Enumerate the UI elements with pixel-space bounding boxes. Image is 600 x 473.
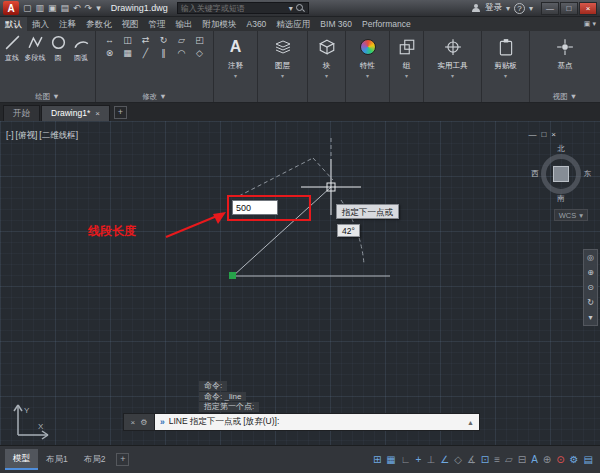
help-dropdown-icon[interactable]: ▾	[529, 4, 533, 13]
new-drawing-tab-button[interactable]: +	[114, 106, 127, 119]
ribbon-tab-home[interactable]: 默认	[0, 17, 27, 31]
block-dropdown-icon[interactable]: ▾	[325, 73, 328, 79]
viewport-view-control[interactable]: [俯视]	[16, 130, 38, 142]
ribbon-tab-insert[interactable]: 插入	[27, 17, 54, 31]
rotate-tool-icon[interactable]: ↻	[156, 35, 171, 46]
ribbon-tab-a360[interactable]: A360	[242, 17, 272, 31]
trim-tool-icon[interactable]: ⊗	[102, 48, 117, 59]
line-tool[interactable]: 直线	[1, 34, 23, 63]
basepoint-button[interactable]: 基点	[530, 31, 600, 91]
annotation-monitor-icon[interactable]: ⊙	[556, 454, 564, 466]
utilities-button[interactable]: 实用工具 ▾	[424, 31, 481, 102]
offset-tool-icon[interactable]: ∥	[156, 48, 171, 59]
ribbon-tab-parametric[interactable]: 参数化	[81, 17, 117, 31]
polar-tracking-icon[interactable]: ∠	[440, 454, 449, 466]
mirror-tool-icon[interactable]: ▱	[174, 35, 189, 46]
infer-constraints-icon[interactable]: ∟	[401, 454, 411, 466]
viewport-close-icon[interactable]: ×	[551, 130, 556, 139]
snap-mode-icon[interactable]: ⊞	[373, 454, 381, 466]
pan-icon[interactable]: ⊕	[587, 268, 594, 277]
circle-tool[interactable]: 圆	[47, 34, 69, 63]
view-cube[interactable]: 北 南 西 东	[532, 145, 590, 203]
wcs-selector[interactable]: WCS ▾	[554, 209, 588, 221]
isometric-drafting-icon[interactable]: ◇	[454, 454, 462, 466]
file-tab-close-icon[interactable]: ×	[95, 106, 100, 121]
command-input[interactable]: » LINE 指定下一点或 [放弃(U)]: ▲	[155, 413, 480, 431]
object-snap-tracking-icon[interactable]: ∡	[467, 454, 476, 466]
search-dropdown-icon[interactable]: ▾	[289, 4, 293, 13]
compass-south[interactable]: 南	[557, 194, 565, 204]
qat-dropdown-icon[interactable]: ▾	[95, 1, 102, 16]
viewport-restore-icon[interactable]: □	[541, 130, 546, 139]
layout-tab-layout1[interactable]: 布局1	[38, 450, 76, 469]
command-history-toggle-icon[interactable]: ▲	[467, 419, 474, 426]
ribbon-tab-featured-apps[interactable]: 精选应用	[271, 17, 315, 31]
ribbon-tab-annotate[interactable]: 注释	[54, 17, 81, 31]
groups-dropdown-icon[interactable]: ▾	[405, 73, 408, 79]
compass-west[interactable]: 西	[531, 169, 539, 179]
close-button[interactable]: ×	[579, 2, 597, 15]
transparency-icon[interactable]: ▱	[505, 454, 513, 466]
object-snap-icon[interactable]: ⊡	[481, 454, 489, 466]
signin-dropdown-icon[interactable]: ▾	[506, 4, 510, 13]
open-file-icon[interactable]: ▥	[35, 1, 46, 16]
steering-wheel-icon[interactable]: ◎	[587, 253, 594, 262]
groups-button[interactable]: 组 ▾	[390, 31, 423, 102]
minimize-button[interactable]: —	[541, 2, 559, 15]
properties-dropdown-icon[interactable]: ▾	[366, 73, 369, 79]
compass-east[interactable]: 东	[584, 169, 592, 179]
workspace-switching-icon[interactable]: ⚙	[570, 454, 579, 466]
command-close-icon[interactable]: ×	[131, 418, 136, 427]
ribbon-tab-addins[interactable]: 附加模块	[198, 17, 242, 31]
ribbon-tab-performance[interactable]: Performance	[357, 17, 416, 31]
clipboard-dropdown-icon[interactable]: ▾	[504, 73, 507, 79]
redo-icon[interactable]: ↷	[84, 1, 94, 16]
plot-icon[interactable]: ▤	[60, 1, 71, 16]
viewport-minimize-icon[interactable]: —	[528, 130, 536, 139]
layout-tab-model[interactable]: 模型	[5, 449, 38, 470]
maximize-button[interactable]: □	[560, 2, 578, 15]
ortho-mode-icon[interactable]: ⊥	[426, 454, 435, 466]
modify-panel-label[interactable]: 修改 ▼	[96, 91, 213, 102]
save-file-icon[interactable]: ▣	[47, 1, 58, 16]
annotation-visibility-icon[interactable]: A	[531, 454, 538, 466]
ribbon-display-toggle-icon[interactable]: ▣	[584, 20, 591, 28]
stretch-tool-icon[interactable]: ⇄	[138, 35, 153, 46]
search-icon[interactable]	[296, 4, 305, 13]
file-tab-start[interactable]: 开始	[3, 105, 40, 121]
utilities-dropdown-icon[interactable]: ▾	[451, 73, 454, 79]
polyline-tool[interactable]: 多段线	[24, 34, 46, 63]
ribbon-tab-manage[interactable]: 管理	[144, 17, 171, 31]
viewport-menu-control[interactable]: [-]	[6, 130, 14, 142]
explode-tool-icon[interactable]: ◇	[192, 48, 207, 59]
erase-tool-icon[interactable]: ╱	[138, 48, 153, 59]
signin-button[interactable]: 登录	[485, 2, 502, 14]
command-customize-icon[interactable]: ⚙	[140, 418, 147, 427]
clipboard-button[interactable]: 剪贴板 ▾	[482, 31, 529, 102]
undo-icon[interactable]: ↶	[72, 1, 82, 16]
file-tab-drawing1[interactable]: Drawing1* ×	[41, 105, 110, 121]
help-icon[interactable]: ?	[514, 3, 525, 14]
search-input[interactable]	[181, 4, 286, 13]
selection-cycling-icon[interactable]: ⊟	[518, 454, 526, 466]
properties-button[interactable]: 特性 ▾	[346, 31, 389, 102]
new-layout-button[interactable]: +	[116, 453, 129, 466]
new-file-icon[interactable]: ▢	[22, 1, 33, 16]
zoom-icon[interactable]: ⊙	[587, 283, 594, 292]
dynamic-input-field[interactable]	[232, 200, 278, 215]
annotation-dropdown-icon[interactable]: ▾	[234, 73, 237, 79]
customize-icon[interactable]: ▤	[584, 454, 593, 466]
lineweight-icon[interactable]: ≡	[494, 454, 500, 466]
layout-tab-layout2[interactable]: 布局2	[76, 450, 114, 469]
ribbon-tab-bim360[interactable]: BIM 360	[315, 17, 357, 31]
user-icon[interactable]	[472, 4, 481, 13]
annotation-button[interactable]: A 注释 ▾	[214, 31, 257, 102]
dynamic-input-icon[interactable]: +	[416, 454, 422, 466]
autoscale-icon[interactable]: ⊕	[543, 454, 551, 466]
navbar-more-icon[interactable]: ▾	[588, 313, 592, 322]
ribbon-tab-output[interactable]: 输出	[171, 17, 198, 31]
draw-panel-label[interactable]: 绘图 ▼	[0, 91, 95, 102]
block-button[interactable]: 块 ▾	[308, 31, 345, 102]
compass-north[interactable]: 北	[557, 144, 565, 154]
application-menu-button[interactable]: A	[3, 1, 19, 15]
